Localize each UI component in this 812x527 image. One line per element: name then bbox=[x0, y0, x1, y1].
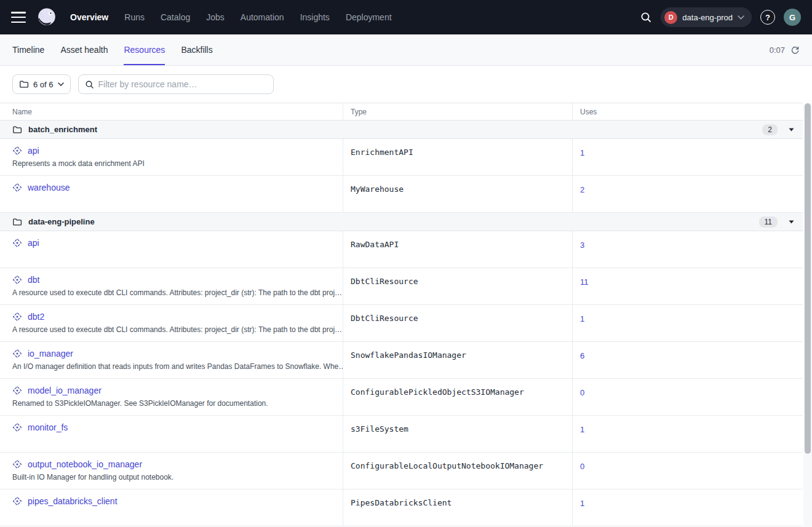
nav-item-catalog[interactable]: Catalog bbox=[161, 12, 190, 22]
tab-list: TimelineAsset healthResourcesBackfills bbox=[12, 34, 213, 65]
resource-icon bbox=[12, 386, 22, 395]
menu-icon[interactable] bbox=[11, 12, 26, 23]
uses-count-link[interactable]: 0 bbox=[580, 388, 584, 397]
group-row-right: 2 bbox=[762, 124, 794, 135]
name-cell: api bbox=[0, 231, 343, 267]
name-cell: model_io_managerRenamed to S3PickleIOMan… bbox=[0, 379, 343, 415]
resource-icon bbox=[12, 312, 22, 322]
table-row-api: apiRawDataAPI3 bbox=[0, 231, 803, 268]
resource-name-link[interactable]: api bbox=[28, 146, 39, 156]
resource-name-link[interactable]: output_notebook_io_manager bbox=[28, 459, 142, 469]
resource-type: RawDataAPI bbox=[343, 231, 572, 267]
folder-icon bbox=[12, 125, 22, 135]
table-row-model-io-manager: model_io_managerRenamed to S3PickleIOMan… bbox=[0, 379, 803, 416]
folder-icon bbox=[12, 217, 22, 227]
nav-item-deployment[interactable]: Deployment bbox=[346, 12, 392, 22]
resource-type: DbtCliResource bbox=[343, 268, 572, 304]
nav-item-automation[interactable]: Automation bbox=[241, 12, 284, 22]
table-row-api: apiRepresents a mock data enrichment API… bbox=[0, 139, 803, 176]
group-count-dropdown[interactable]: 6 of 6 bbox=[12, 74, 71, 94]
column-header-type: Type bbox=[343, 103, 572, 120]
uses-count-link[interactable]: 0 bbox=[580, 462, 584, 471]
name-cell: monitor_fs bbox=[0, 416, 343, 452]
uses-count-link[interactable]: 6 bbox=[580, 351, 584, 360]
table-row-io-manager: io_managerAn I/O manager definition that… bbox=[0, 342, 803, 379]
resource-type: ConfigurablePickledObjectS3IOManager bbox=[343, 379, 572, 415]
uses-count-link[interactable]: 1 bbox=[580, 148, 584, 157]
resource-icon bbox=[12, 496, 22, 506]
help-icon[interactable]: ? bbox=[760, 10, 775, 25]
table-row-warehouse: warehouseMyWarehouse2 bbox=[0, 176, 803, 213]
resource-description: Represents a mock data enrichment API bbox=[12, 159, 330, 168]
nav-item-runs[interactable]: Runs bbox=[124, 12, 145, 22]
nav-item-jobs[interactable]: Jobs bbox=[206, 12, 225, 22]
group-row-data-eng-pipeline[interactable]: data-eng-pipeline11 bbox=[0, 213, 803, 231]
resource-name-link[interactable]: pipes_databricks_client bbox=[28, 496, 117, 506]
resource-icon bbox=[12, 422, 22, 432]
uses-count-link[interactable]: 1 bbox=[580, 314, 584, 323]
nav-item-overview[interactable]: Overview bbox=[70, 12, 108, 22]
uses-cell: 6 bbox=[572, 342, 803, 378]
resource-name-link[interactable]: dbt2 bbox=[28, 312, 44, 322]
search-icon[interactable] bbox=[640, 11, 652, 23]
column-header-name: Name bbox=[0, 108, 343, 116]
resource-type: SnowflakePandasIOManager bbox=[343, 342, 572, 378]
refresh-icon[interactable] bbox=[790, 46, 800, 55]
name-cell: warehouse bbox=[0, 176, 343, 212]
name-cell: apiRepresents a mock data enrichment API bbox=[0, 139, 343, 175]
resource-type: s3FileSystem bbox=[343, 416, 572, 452]
workspace-switcher[interactable]: D data-eng-prod bbox=[661, 7, 752, 27]
collapse-caret-icon[interactable] bbox=[789, 220, 794, 224]
uses-count-link[interactable]: 1 bbox=[580, 499, 584, 508]
uses-cell: 1 bbox=[572, 139, 803, 175]
resource-type: EnrichmentAPI bbox=[343, 139, 572, 175]
dagster-logo-icon[interactable] bbox=[36, 6, 58, 28]
resource-name-link[interactable]: warehouse bbox=[28, 183, 70, 192]
group-row-batch-enrichment[interactable]: batch_enrichment2 bbox=[0, 121, 803, 139]
filter-bar: 6 of 6 bbox=[0, 66, 812, 103]
uses-cell: 11 bbox=[572, 268, 803, 304]
resource-name-link[interactable]: io_manager bbox=[28, 349, 73, 359]
tab-timeline[interactable]: Timeline bbox=[12, 34, 44, 65]
navbar-right: D data-eng-prod ? G bbox=[640, 7, 801, 27]
table-header-row: NameTypeUses bbox=[0, 103, 803, 121]
resource-name-link[interactable]: model_io_manager bbox=[28, 386, 102, 395]
resource-icon bbox=[12, 349, 22, 359]
tab-backfills[interactable]: Backfills bbox=[181, 34, 212, 65]
tab-bar: TimelineAsset healthResourcesBackfills 0… bbox=[0, 34, 812, 66]
uses-cell: 1 bbox=[572, 416, 803, 452]
main-nav: OverviewRunsCatalogJobsAutomationInsight… bbox=[70, 12, 392, 22]
resource-type: MyWarehouse bbox=[343, 176, 572, 212]
resource-name-link[interactable]: monitor_fs bbox=[28, 422, 68, 432]
scrollbar-thumb[interactable] bbox=[805, 103, 811, 454]
app-root: OverviewRunsCatalogJobsAutomationInsight… bbox=[0, 0, 812, 527]
uses-count-link[interactable]: 2 bbox=[580, 185, 584, 194]
uses-count-link[interactable]: 1 bbox=[580, 425, 584, 434]
name-cell: dbt2A resource used to execute dbt CLI c… bbox=[0, 305, 343, 341]
table-row-output-notebook-io-manager: output_notebook_io_managerBuilt-in IO Ma… bbox=[0, 453, 803, 489]
uses-count-link[interactable]: 3 bbox=[580, 240, 584, 250]
resource-description: Renamed to S3PickleIOManager. See S3Pick… bbox=[12, 399, 330, 408]
uses-cell: 3 bbox=[572, 231, 803, 267]
resource-name-link[interactable]: api bbox=[28, 238, 39, 248]
resource-filter-input[interactable] bbox=[98, 79, 267, 89]
uses-cell: 0 bbox=[572, 379, 803, 415]
uses-cell: 2 bbox=[572, 176, 803, 212]
tab-resources[interactable]: Resources bbox=[124, 34, 165, 65]
timer-value: 0:07 bbox=[770, 46, 785, 55]
group-count-badge: 11 bbox=[759, 216, 778, 228]
scrollbar-track[interactable] bbox=[803, 103, 812, 527]
uses-count-link[interactable]: 11 bbox=[580, 277, 589, 287]
resource-type: DbtCliResource bbox=[343, 305, 572, 341]
nav-item-insights[interactable]: Insights bbox=[300, 12, 330, 22]
name-cell: dbtA resource used to execute dbt CLI co… bbox=[0, 268, 343, 304]
resource-name-link[interactable]: dbt bbox=[28, 275, 39, 285]
refresh-timer: 0:07 bbox=[770, 46, 800, 55]
table-row-pipes-databricks-client: pipes_databricks_clientPipesDatabricksCl… bbox=[0, 489, 803, 526]
collapse-caret-icon[interactable] bbox=[789, 128, 794, 132]
name-cell: output_notebook_io_managerBuilt-in IO Ma… bbox=[0, 453, 343, 489]
tab-asset-health[interactable]: Asset health bbox=[60, 34, 108, 65]
folder-icon bbox=[19, 79, 29, 89]
name-cell: pipes_databricks_client bbox=[0, 489, 343, 526]
avatar[interactable]: G bbox=[784, 9, 801, 26]
